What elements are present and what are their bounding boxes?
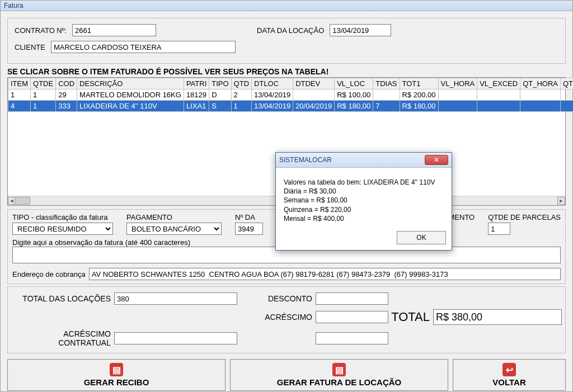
dialog-titlebar[interactable]: SISTEMALOCAR ✕ [276, 153, 452, 168]
desconto-input[interactable] [316, 292, 388, 305]
table-cell[interactable] [520, 101, 561, 112]
acr-contr-label: ACRÉSCIMO CONTRATUAL [13, 329, 114, 347]
table-cell[interactable]: 333 [56, 101, 77, 112]
dataloc-label: DATA DA LOCAÇÃO [257, 26, 324, 35]
table-cell[interactable]: MARTELO DEMOLIDOR 16KG [77, 89, 184, 101]
table-cell[interactable]: LIXADEIRA DE 4'' 110V [77, 101, 184, 112]
totals-fieldset: TOTAL DAS LOCAÇÕES DESCONTO ACRÉSCIMO TO… [7, 286, 566, 353]
grid-header[interactable]: ITEM [8, 78, 31, 89]
table-cell[interactable]: 2 [231, 89, 251, 101]
table-cell[interactable]: R$ 100,00 [335, 89, 373, 101]
pagamento-label: PAGAMENTO [126, 213, 222, 221]
dialog-line3: Semana = R$ 180,00 [284, 196, 444, 205]
table-cell[interactable]: 1 [8, 89, 31, 101]
ok-button[interactable]: OK [397, 231, 446, 244]
nfatura-input[interactable] [235, 223, 263, 235]
table-cell[interactable] [438, 89, 477, 101]
table-cell[interactable]: 29 [56, 89, 77, 101]
addr-input[interactable] [89, 268, 561, 280]
table-cell[interactable] [477, 101, 520, 112]
gerar-recibo-button[interactable]: ▤ GERAR RECIBO [7, 359, 226, 391]
dataloc-input[interactable] [330, 24, 391, 36]
grid-header[interactable]: DESCRIÇÃO [77, 78, 184, 89]
grid-header[interactable]: VL_HORA [438, 78, 477, 89]
grid-header[interactable]: QT_HORA [520, 78, 561, 89]
qtdpar-input[interactable] [488, 223, 510, 235]
table-cell[interactable]: 20/04/2019 [293, 101, 335, 112]
contrato-label: CONTRATO Nº: [15, 26, 67, 35]
scroll-right-icon[interactable]: ► [557, 197, 565, 205]
dialog-line5: Mensal = R$ 400,00 [284, 214, 444, 223]
contrato-input[interactable] [72, 24, 156, 36]
header-fieldset: CONTRATO Nº: DATA DA LOCAÇÃO CLIENTE [7, 18, 566, 64]
grid-header[interactable]: VL_LOC [335, 78, 373, 89]
grid-header[interactable]: TOT1 [400, 78, 438, 89]
tipo-select[interactable]: RECIBO RESUMIDO [12, 223, 113, 235]
cliente-label: CLIENTE [15, 43, 45, 51]
table-cell[interactable]: 13/04/2019 [252, 89, 293, 101]
table-cell[interactable] [477, 89, 520, 101]
grid-header[interactable]: TIPO [209, 78, 231, 89]
receipt-icon: ▤ [110, 363, 123, 376]
gerar-fatura-label: GERAR FATURA DE LOCAÇÃO [277, 377, 402, 387]
voltar-label: VOLTAR [492, 377, 525, 387]
close-icon[interactable]: ✕ [425, 155, 448, 165]
back-icon: ↩ [502, 363, 516, 376]
table-cell[interactable] [438, 101, 477, 112]
table-cell[interactable]: LIXA1 [184, 101, 209, 112]
grid-header[interactable]: QTDE [31, 78, 56, 89]
table-cell[interactable]: 1 [31, 89, 56, 101]
grid-header[interactable]: PATRI [184, 78, 209, 89]
total-loc-label: TOTAL DAS LOCAÇÕES [13, 294, 114, 303]
table-cell[interactable]: 7 [373, 101, 400, 112]
table-cell[interactable]: R$ 180,00 [335, 101, 373, 112]
table-cell[interactable]: 1 [31, 101, 56, 112]
gerar-recibo-label: GERAR RECIBO [84, 377, 149, 387]
table-cell[interactable] [560, 89, 573, 101]
grid-header[interactable]: VL_EXCED [477, 78, 520, 89]
grid-header[interactable]: DTDEV [293, 78, 335, 89]
cliente-input[interactable] [51, 41, 236, 53]
table-cell[interactable]: S [209, 101, 231, 112]
grid-header[interactable]: QTD [231, 78, 251, 89]
table-cell[interactable] [520, 89, 561, 101]
dialog-footer: OK [276, 228, 452, 250]
grid-header[interactable]: TDIAS [373, 78, 400, 89]
dialog-title: SISTEMALOCAR [279, 156, 332, 164]
dialog-body: Valores na tabela do bem: LIXADEIRA DE 4… [276, 168, 452, 228]
hint-text: SE CLICAR SOBRE O ITEM FATURADO É POSSÍV… [7, 67, 566, 76]
table-cell[interactable]: 4 [8, 101, 31, 112]
obs-label: Digite aqui a observação da fatura (até … [12, 238, 190, 247]
table-cell[interactable]: R$ 200,00 [400, 89, 438, 101]
table-cell[interactable]: 13/04/2019 [252, 101, 293, 112]
table-cell[interactable] [373, 89, 400, 101]
extra-input[interactable] [316, 332, 388, 344]
total-input[interactable] [433, 309, 562, 325]
table-cell[interactable] [560, 101, 573, 112]
voltar-button[interactable]: ↩ VOLTAR [453, 359, 566, 391]
acrescimo-label: ACRÉSCIMO [237, 313, 316, 322]
addr-label: Endereço de cobrança [12, 270, 86, 278]
grid-header[interactable]: COD [56, 78, 77, 89]
table-cell[interactable]: D [209, 89, 231, 101]
table-cell[interactable]: R$ 180,00 [400, 101, 438, 112]
window-title: Fatura [1, 1, 572, 11]
total-loc-input[interactable] [114, 292, 237, 305]
scroll-thumb[interactable] [15, 197, 30, 205]
table-cell[interactable]: 18129 [184, 89, 209, 101]
acrescimo-input[interactable] [316, 311, 388, 323]
qtdpar-label: QTDE DE PARCELAS [488, 213, 561, 221]
pagamento-select[interactable]: BOLETO BANCÁRIO [126, 223, 222, 235]
acr-contr-input[interactable] [114, 332, 237, 344]
grid-header[interactable]: DTLOC [252, 78, 293, 89]
button-bar: ▤ GERAR RECIBO ▤ GERAR FATURA DE LOCAÇÃO… [7, 359, 566, 391]
gerar-fatura-button[interactable]: ▤ GERAR FATURA DE LOCAÇÃO [230, 359, 448, 391]
table-row[interactable]: 41333LIXADEIRA DE 4'' 110VLIXA1S113/04/2… [8, 101, 574, 112]
table-row[interactable]: 1129MARTELO DEMOLIDOR 16KG18129D213/04/2… [8, 89, 574, 101]
table-cell[interactable]: 1 [231, 101, 251, 112]
tipo-label: TIPO - classificação da fatura [12, 213, 113, 221]
grid-header[interactable]: QT_E [560, 78, 573, 89]
table-cell[interactable] [293, 89, 335, 101]
dialog-line4: Quinzena = R$ 220,00 [284, 205, 444, 214]
total-label: TOTAL [388, 310, 433, 324]
